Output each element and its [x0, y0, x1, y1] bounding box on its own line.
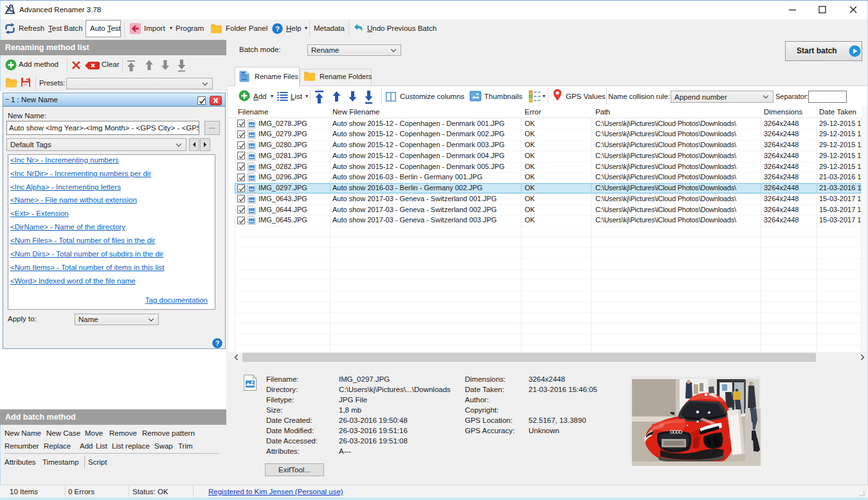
svg-text:?: ?	[215, 339, 220, 347]
svg-text:?: ?	[275, 25, 280, 33]
